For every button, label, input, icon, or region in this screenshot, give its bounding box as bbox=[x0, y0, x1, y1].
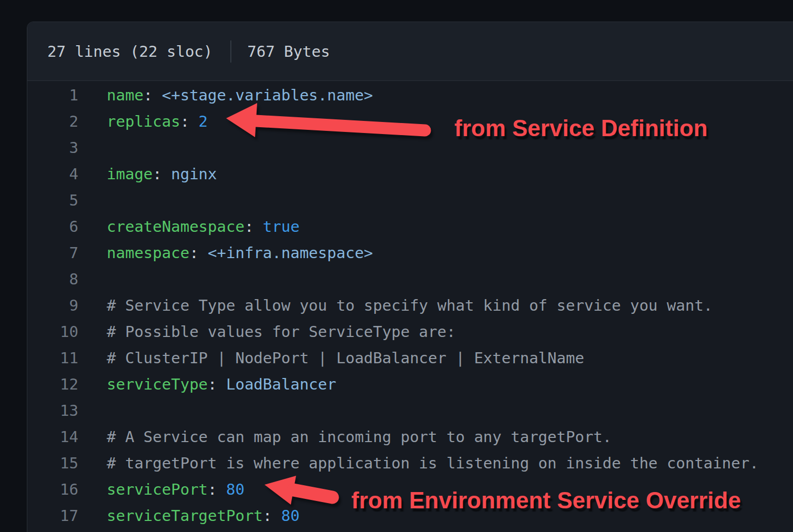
file-lines-info: 27 lines (22 sloc) bbox=[47, 43, 212, 60]
line-number[interactable]: 8 bbox=[27, 266, 78, 292]
line-content bbox=[78, 187, 107, 213]
line-content: servicePort: 80 bbox=[78, 476, 245, 503]
code-line: 10# Possible values for ServiceType are: bbox=[27, 319, 793, 345]
line-content bbox=[78, 135, 107, 161]
line-number[interactable]: 15 bbox=[27, 450, 78, 476]
line-number[interactable]: 11 bbox=[27, 345, 78, 371]
code-line: 9# Service Type allow you to specify wha… bbox=[27, 292, 793, 319]
line-number[interactable]: 9 bbox=[27, 292, 78, 319]
file-viewer-card: 27 lines (22 sloc) 767 Bytes 1name: <+st… bbox=[27, 22, 793, 532]
line-number[interactable]: 16 bbox=[27, 476, 78, 503]
line-content: # Possible values for ServiceType are: bbox=[78, 319, 455, 345]
code-line: 15# targetPort is where application is l… bbox=[27, 450, 793, 476]
line-number[interactable]: 10 bbox=[27, 319, 78, 345]
code-line: 5 bbox=[27, 187, 793, 213]
code-line: 8 bbox=[27, 266, 793, 292]
line-content: namespace: <+infra.namespace> bbox=[78, 240, 373, 266]
line-content: serviceType: LoadBalancer bbox=[78, 371, 337, 397]
line-number[interactable]: 7 bbox=[27, 240, 78, 266]
line-number[interactable]: 12 bbox=[27, 371, 78, 397]
annotation-service-definition: from Service Definition bbox=[454, 115, 708, 142]
page-background: 27 lines (22 sloc) 767 Bytes 1name: <+st… bbox=[0, 0, 793, 532]
line-content: image: nginx bbox=[78, 161, 217, 187]
line-content: # targetPort is where application is lis… bbox=[78, 450, 759, 476]
code-line: 13 bbox=[27, 397, 793, 424]
code-line: 4image: nginx bbox=[27, 161, 793, 187]
code-line: 14# A Service can map an incoming port t… bbox=[27, 424, 793, 450]
line-number[interactable]: 2 bbox=[27, 108, 78, 135]
line-content: serviceTargetPort: 80 bbox=[78, 503, 300, 529]
line-number[interactable]: 5 bbox=[27, 187, 78, 213]
line-content: # Service Type allow you to specify what… bbox=[78, 292, 713, 319]
line-number[interactable]: 3 bbox=[27, 135, 78, 161]
line-content: name: <+stage.variables.name> bbox=[78, 82, 373, 108]
line-number[interactable]: 6 bbox=[27, 213, 78, 240]
line-number[interactable]: 4 bbox=[27, 161, 78, 187]
line-number[interactable]: 17 bbox=[27, 503, 78, 529]
code-line: 12serviceType: LoadBalancer bbox=[27, 371, 793, 397]
line-content: replicas: 2 bbox=[78, 108, 208, 135]
line-content bbox=[78, 397, 107, 424]
code-line: 1name: <+stage.variables.name> bbox=[27, 82, 793, 108]
file-meta-bar: 27 lines (22 sloc) 767 Bytes bbox=[27, 22, 793, 81]
file-size: 767 Bytes bbox=[247, 43, 330, 60]
line-number[interactable]: 14 bbox=[27, 424, 78, 450]
line-number[interactable]: 1 bbox=[27, 82, 78, 108]
code-line: 7namespace: <+infra.namespace> bbox=[27, 240, 793, 266]
line-number[interactable]: 13 bbox=[27, 397, 78, 424]
code-view: 1name: <+stage.variables.name>2replicas:… bbox=[27, 81, 793, 529]
line-content bbox=[78, 266, 107, 292]
code-line: 6createNamespace: true bbox=[27, 213, 793, 240]
line-content: # ClusterIP | NodePort | LoadBalancer | … bbox=[78, 345, 584, 371]
header-divider bbox=[230, 40, 231, 63]
code-line: 11# ClusterIP | NodePort | LoadBalancer … bbox=[27, 345, 793, 371]
line-content: createNamespace: true bbox=[78, 213, 300, 240]
annotation-environment-service-override: from Environment Service Override bbox=[351, 487, 741, 514]
line-content: # A Service can map an incoming port to … bbox=[78, 424, 612, 450]
